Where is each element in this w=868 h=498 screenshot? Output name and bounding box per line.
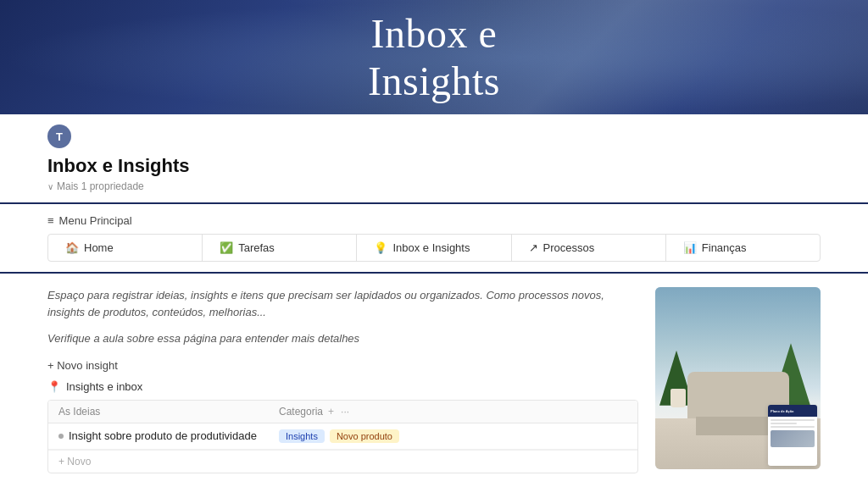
ideas-table: As Ideias Categoria + ··· Insight sobre … [47,400,638,473]
device-line-3 [771,426,815,428]
col-header-category: Categoria + ··· [279,406,627,418]
pin-icon: 📍 [47,380,61,393]
divider-top [0,202,868,204]
device-header: Plano de Ação [768,405,817,417]
add-new-row[interactable]: + Novo [48,450,637,473]
description-line2: Verifique a aula sobre essa página para … [47,330,638,347]
content-left: Espaço para registrar ideias, insights e… [47,287,638,473]
image-card: Plano de Ação [655,287,821,469]
check-icon: ✅ [220,241,233,254]
add-column-btn[interactable]: + [328,406,334,418]
nav-menu-label: ≡ Menu Principal [47,214,821,227]
tag-insights[interactable]: Insights [279,429,325,443]
bulb-icon: 💡 [374,241,387,254]
process-icon: ↗ [529,241,538,254]
divider-bottom [0,272,868,274]
col-header-name: As Ideias [58,406,279,418]
nav-item-processos[interactable]: ↗ Processos [512,235,666,261]
device-body [768,417,817,450]
nav-item-home[interactable]: 🏠 Home [48,235,203,261]
page-title: Inbox e Insights [47,155,821,177]
chart-icon: 📊 [683,241,697,254]
nav-items: 🏠 Home ✅ Tarefas 💡 Inbox e Insights ↗ Pr… [47,234,821,262]
cup-decoration [670,389,686,407]
image-background: Plano de Ação [655,287,821,469]
nav-item-inbox[interactable]: 💡 Inbox e Insights [357,235,511,261]
section-header: 📍 Insights e inbox [47,380,638,393]
device-line-2 [771,423,797,424]
device-image [771,430,815,447]
nav-item-financas[interactable]: 📊 Finanças [666,235,820,261]
new-insight-button[interactable]: + Novo insight [47,357,638,374]
row-tags: Insights Novo produto [279,429,627,443]
home-icon: 🏠 [65,241,79,254]
tag-new-product[interactable]: Novo produto [330,429,399,443]
hero-banner: Inbox e Insights [0,0,868,114]
device-header-text: Plano de Ação [771,409,793,413]
device-card: Plano de Ação [768,405,817,466]
hamburger-icon: ≡ [47,214,54,227]
content-right: Plano de Ação [655,287,821,473]
col-actions: + ··· [328,406,349,418]
avatar: T [47,125,71,148]
row-name: Insight sobre produto de produtividade [58,429,279,442]
row-dot-icon [58,434,64,439]
property-link[interactable]: ∨ Mais 1 propriedade [47,180,821,192]
table-row[interactable]: Insight sobre produto de produtividade I… [48,423,637,450]
description-line1: Espaço para registrar ideias, insights e… [47,287,638,320]
table-header: As Ideias Categoria + ··· [48,401,637,423]
nav-item-tarefas[interactable]: ✅ Tarefas [203,235,357,261]
more-options-btn[interactable]: ··· [341,406,349,418]
chevron-down-icon: ∨ [47,182,53,191]
device-line-1 [771,419,815,421]
hero-title: Inbox e Insights [368,10,500,103]
